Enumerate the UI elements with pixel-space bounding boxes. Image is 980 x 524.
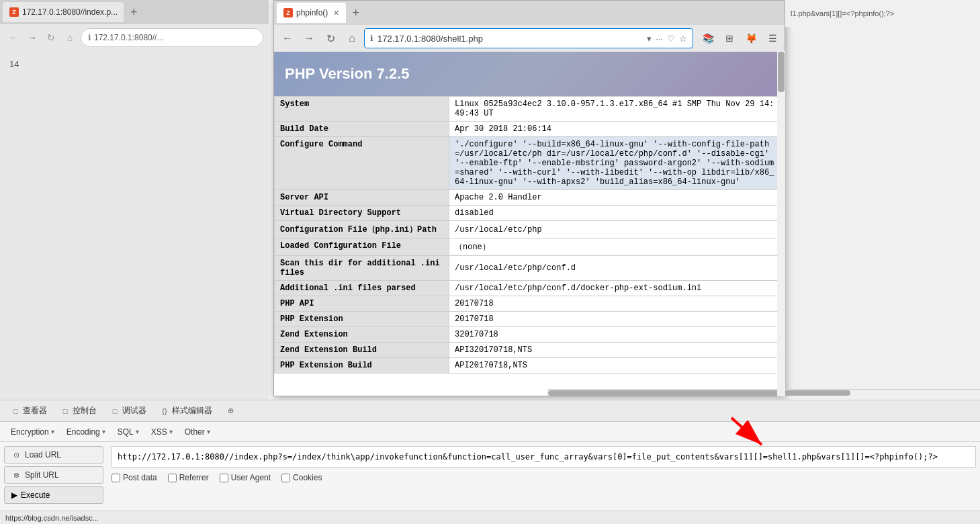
split-url-button[interactable]: ⊗ Split URL — [4, 466, 103, 484]
status-bar-text: https://blog.csdn.ne/isadsc... — [5, 514, 99, 522]
v-scrollbar[interactable] — [777, 51, 785, 396]
table-row: Scan this dir for additional .ini files … — [275, 256, 785, 281]
ff-url-bar[interactable]: ℹ 172.17.0.1:8080/shell1.php ▾ ··· ♡ ☆ — [364, 28, 693, 48]
ff-home-btn[interactable]: ⌂ — [343, 29, 361, 48]
ff-back-btn[interactable]: ← — [278, 29, 297, 48]
ff-url-more[interactable]: ··· — [656, 34, 663, 44]
ff-url-bookmark[interactable]: ♡ — [667, 34, 675, 44]
user-agent-checkbox[interactable] — [220, 474, 228, 482]
ff-forward-btn[interactable]: → — [300, 29, 318, 48]
table-row: PHP Extension Build API20170718,NTS — [275, 358, 785, 374]
post-data-checkbox[interactable] — [112, 474, 120, 482]
phpinfo-header: PHP Version 7.2.5 — [274, 52, 785, 96]
menu-item-more[interactable]: ⊕ — [220, 404, 240, 419]
category-bar: Encryption ▾ Encoding ▾ SQL ▾ XSS ▾ Othe… — [0, 422, 980, 442]
menu-item-console[interactable]: □ 控制台 — [55, 402, 102, 419]
referrer-checkbox[interactable] — [168, 474, 177, 482]
menu-item-inspector[interactable]: □ 查看器 — [5, 402, 52, 419]
bg-forward-btn[interactable]: → — [24, 30, 40, 46]
ff-firefox-icon[interactable]: 🦊 — [743, 30, 759, 46]
other-dropdown-arrow: ▾ — [207, 428, 210, 435]
menu-item-style-editor[interactable]: {} 样式编辑器 — [154, 402, 218, 419]
load-url-icon: ⊙ — [11, 450, 21, 460]
phpinfo-title: PHP Version 7.2.5 — [285, 65, 409, 82]
ff-url-star[interactable]: ☆ — [679, 34, 687, 44]
execute-button[interactable]: ▶ Execute — [4, 486, 103, 504]
ff-collections-icon[interactable]: 📚 — [700, 30, 716, 46]
bg-tab-active[interactable]: Z 172.17.0.1:8080//index.p... × — [3, 2, 124, 22]
menu-item-label: 样式编辑器 — [172, 405, 212, 417]
action-area: ⊙ Load URL ⊗ Split URL ▶ Execute Post da… — [0, 442, 980, 503]
table-row: System Linux 0525a93c4ec2 3.10.0-957.1.3… — [275, 97, 785, 122]
split-url-icon: ⊗ — [11, 470, 21, 480]
table-cell-key: Loaded Configuration File — [275, 238, 449, 256]
table-cell-key: PHP API — [275, 296, 449, 312]
cat-encoding-label: Encoding — [66, 427, 100, 437]
bg-home-btn[interactable]: ⌂ — [62, 30, 78, 46]
menu-item-debugger[interactable]: □ 调试器 — [105, 402, 152, 419]
cat-btn-xss[interactable]: XSS ▾ — [146, 425, 178, 439]
table-row: PHP Extension 20170718 — [275, 312, 785, 327]
cat-btn-encoding[interactable]: Encoding ▾ — [61, 425, 111, 439]
table-cell-value: 20170718 — [449, 296, 785, 312]
bg-refresh-btn[interactable]: ↻ — [43, 30, 59, 46]
table-cell-value: Apr 30 2018 21:06:14 — [449, 122, 785, 137]
checkbox-cookies[interactable]: Cookies — [281, 473, 322, 482]
cat-btn-other[interactable]: Other ▾ — [179, 425, 216, 439]
ff-refresh-btn[interactable]: ↻ — [321, 29, 340, 48]
bg-back-btn[interactable]: ← — [5, 30, 21, 46]
cat-sql-label: SQL — [118, 427, 134, 437]
cat-btn-encryption[interactable]: Encryption ▾ — [5, 425, 60, 439]
bg-tab-label: 172.17.0.1:8080//index.p... — [22, 7, 118, 17]
table-cell-key: Configure Command — [275, 137, 449, 190]
post-data-label: Post data — [123, 473, 157, 482]
bg-tab-icon: Z — [9, 7, 19, 17]
main-tab-close[interactable]: × — [333, 7, 339, 18]
left-action-buttons: ⊙ Load URL ⊗ Split URL ▶ Execute — [0, 442, 107, 503]
table-cell-value: 320170718 — [449, 327, 785, 343]
bg-address-bar: ← → ↻ ⌂ ℹ 172.17.0.1:8080//... — [0, 24, 269, 51]
bg-tab-close[interactable]: × — [123, 7, 124, 17]
menu-item-label: 查看器 — [23, 405, 47, 417]
h-scrollbar-thumb[interactable] — [548, 390, 785, 396]
main-nav-bar: ← → ↻ ⌂ ℹ 172.17.0.1:8080/shell1.php ▾ ·… — [274, 25, 785, 52]
url-input-field[interactable] — [112, 446, 976, 468]
v-scrollbar-thumb[interactable] — [778, 52, 785, 92]
checkbox-referrer[interactable]: Referrer — [168, 473, 209, 482]
ff-url-dropdown[interactable]: ▾ — [647, 34, 652, 44]
table-cell-key: Scan this dir for additional .ini files — [275, 256, 449, 281]
table-cell-value: Apache 2.0 Handler — [449, 190, 785, 206]
referrer-label: Referrer — [179, 473, 209, 482]
execute-icon: ▶ — [11, 490, 17, 500]
h-scrollbar[interactable] — [547, 389, 785, 396]
load-url-button[interactable]: ⊙ Load URL — [4, 446, 103, 464]
table-cell-key: Zend Extension Build — [275, 343, 449, 358]
console-icon: □ — [60, 406, 70, 416]
execute-label: Execute — [21, 490, 50, 500]
table-cell-value: /usr/local/etc/php — [449, 221, 785, 238]
phpinfo-page: PHP Version 7.2.5 System Linux 0525a93c4… — [274, 52, 785, 396]
cookies-label: Cookies — [293, 473, 322, 482]
table-cell-value-configure: './configure' '--build=x86_64-linux-gnu'… — [449, 137, 785, 190]
table-cell-key: PHP Extension — [275, 312, 449, 327]
table-cell-key: Build Date — [275, 122, 449, 137]
sql-dropdown-arrow: ▾ — [136, 428, 139, 435]
main-tab-icon: Z — [283, 8, 293, 17]
cat-btn-sql[interactable]: SQL ▾ — [112, 425, 144, 439]
encoding-dropdown-arrow: ▾ — [102, 428, 105, 435]
bg-tab-bar: Z 172.17.0.1:8080//index.p... × + — [0, 0, 269, 24]
table-cell-value: Linux 0525a93c4ec2 3.10.0-957.1.3.el7.x8… — [449, 97, 785, 122]
checkbox-post-data[interactable]: Post data — [112, 473, 157, 482]
table-cell-key: Server API — [275, 190, 449, 206]
ff-sidebar-icon[interactable]: ⊞ — [721, 30, 738, 46]
cookies-checkbox[interactable] — [281, 474, 290, 482]
main-tab-new[interactable]: + — [350, 6, 363, 20]
checkbox-user-agent[interactable]: User Agent — [220, 473, 271, 482]
ff-menu-icon[interactable]: ☰ — [764, 30, 781, 46]
bg-tab-new[interactable]: + — [128, 5, 140, 19]
bg-url-bar[interactable]: ℹ 172.17.0.1:8080//... — [81, 28, 263, 47]
bg-url-text: 172.17.0.1:8080//... — [94, 33, 163, 42]
split-url-label: Split URL — [25, 470, 59, 480]
table-cell-key: Additional .ini files parsed — [275, 281, 449, 296]
main-tab-active[interactable]: Z phpinfo() × — [277, 3, 346, 23]
